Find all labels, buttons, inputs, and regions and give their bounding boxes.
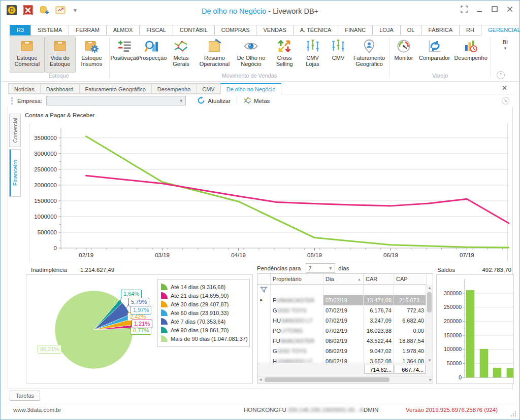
grid-cell: FUNHACASTER xyxy=(271,336,323,346)
expand-panel-button[interactable]: ↘ xyxy=(502,97,509,104)
chevron-down-icon[interactable]: ▼ xyxy=(73,8,78,13)
ribbon-tab-compras[interactable]: COMPRAS xyxy=(214,25,256,36)
ribbon-tab-fiscal[interactable]: FISCAL xyxy=(139,25,173,36)
app-logo-icon[interactable]: D xyxy=(7,5,17,15)
toolbar-grip[interactable] xyxy=(11,97,14,104)
scroll-up-icon[interactable]: ▲ xyxy=(426,285,433,291)
ribbon-button-monitor[interactable]: Monitor xyxy=(391,37,416,73)
grid-footer: 714.62...667.74... xyxy=(257,363,433,376)
doc-tab-noticias[interactable]: Notícias xyxy=(8,83,40,94)
ribbon-button-estoque-comercial[interactable]: Estoque Comercial xyxy=(10,37,45,73)
legend-item: Até 30 dias (29.407,87) xyxy=(161,300,246,308)
table-row[interactable]: HUSANODO LT08/02/193.652,081.364,08 xyxy=(257,356,427,363)
ribbon-tab-almox[interactable]: ALMOX xyxy=(106,25,140,36)
vertical-scrollbar[interactable]: ▲▼ xyxy=(426,285,433,364)
ribbon-group-varejo: MonitorComparadorDesempenhoVarejo xyxy=(391,37,489,81)
close-tab-button[interactable]: ✕ xyxy=(497,83,512,94)
doc-tab-cmv[interactable]: CMV xyxy=(196,83,220,94)
table-row[interactable]: HUSANODO LT07/02/193.247,096.682,40 xyxy=(257,316,427,326)
ribbon-tab-vendas[interactable]: VENDAS xyxy=(256,25,292,36)
column-header-proprietario[interactable]: Proprietário xyxy=(271,274,323,285)
scatter-icon xyxy=(174,39,188,53)
filter-field[interactable] xyxy=(364,285,394,295)
table-row[interactable]: GOOD TOYS07/02/196.176,74772,43 xyxy=(257,305,427,316)
scroll-thumb[interactable] xyxy=(265,377,389,382)
atualizar-button[interactable]: Atualizar xyxy=(193,95,235,107)
metas-button[interactable]: Metas xyxy=(239,95,274,107)
scroll-down-icon[interactable]: ▼ xyxy=(426,358,433,364)
scroll-thumb[interactable] xyxy=(427,292,432,312)
doc-tab-desempenho[interactable]: Desempenho xyxy=(151,83,196,94)
filter-field[interactable] xyxy=(323,285,364,295)
doc-tab-de-olho-no-negocio[interactable]: De olho no Negócio xyxy=(220,83,282,94)
ribbon-button-label: Comparador xyxy=(419,55,450,61)
close-button[interactable] xyxy=(506,6,513,13)
ribbon-tab-a-tecnica[interactable]: A. TÉCNICA xyxy=(293,25,338,36)
search-chart-icon xyxy=(145,39,159,53)
legend-label: Até 21 dias (14.695,90) xyxy=(171,293,229,299)
ribbon-button-faturamento-geografico[interactable]: Faturamento Geográfico xyxy=(351,37,387,73)
column-header-cap[interactable]: CAP xyxy=(394,274,427,285)
ribbon-button-comparador[interactable]: Comparador xyxy=(416,37,452,73)
svg-text:1500000: 1500000 xyxy=(34,198,57,204)
column-header-dia[interactable]: Dia▲ xyxy=(323,274,364,285)
scroll-left-icon[interactable]: ◄ xyxy=(257,376,264,383)
days-select[interactable]: 7 ▼ xyxy=(306,263,335,273)
collapse-ribbon-button[interactable]: ⌃ xyxy=(497,71,505,79)
ribbon-tab-ol[interactable]: OL xyxy=(400,25,421,36)
ribbon-button-prospeccao[interactable]: Prospecção xyxy=(138,37,166,73)
ribbon-button-metas-gerais[interactable]: Metas Gerais xyxy=(166,37,196,73)
box-icon xyxy=(53,39,67,53)
toolbar-separator xyxy=(237,97,237,105)
table-row[interactable]: ►FUNHACASTER07/02/1913.474,08215.073... xyxy=(257,295,427,305)
ribbon-button-positivacao[interactable]: Positivação xyxy=(111,37,138,73)
resize-grip[interactable] xyxy=(510,410,517,417)
report-chart-icon[interactable] xyxy=(55,5,66,15)
ribbon-tab-contabil[interactable]: CONTÁBIL xyxy=(173,25,214,36)
side-tab-label: Comercial xyxy=(11,114,19,147)
ribbon-tab-r3[interactable]: R3 xyxy=(10,25,30,36)
ribbon-button-desempenho[interactable]: Desempenho xyxy=(452,37,489,73)
ribbon-tab-loja[interactable]: LOJA xyxy=(372,25,400,36)
column-header-car[interactable]: CAR xyxy=(364,274,394,285)
ribbon-tab-sistema[interactable]: SISTEMA xyxy=(30,25,69,36)
exit-icon[interactable] xyxy=(23,5,33,15)
ribbon-button-resumo-operacional[interactable]: Resumo Operacional xyxy=(196,37,233,73)
ribbon-button-de-olho-no-negocio[interactable]: De Olho no Negócio xyxy=(233,37,269,73)
ribbon-tab-fabrica[interactable]: FÁBRICA xyxy=(421,25,459,36)
side-tab-comercial[interactable]: Comercial xyxy=(9,114,21,147)
maximize-button[interactable] xyxy=(491,6,498,13)
doc-tab-dashboard[interactable]: Dashboard xyxy=(40,83,79,94)
horizontal-scrollbar[interactable]: ◄► xyxy=(257,376,433,383)
side-tab-financeiro[interactable]: Financeiro xyxy=(9,149,21,197)
doc-tab-faturamento-geografico[interactable]: Faturamento Geográfico xyxy=(79,83,151,94)
tarefas-button[interactable]: Tarefas xyxy=(10,391,40,401)
ribbon-tab-ferram[interactable]: FERRAM xyxy=(69,25,106,36)
ribbon-button-cmv[interactable]: CMV xyxy=(326,37,351,73)
table-row[interactable]: POLYTONS07/02/1916.023,380,00 xyxy=(257,326,427,336)
ribbon-button-bi[interactable]: BI▼ xyxy=(493,37,518,73)
app-window: D▼ De olho no Negócio - Livework DB+ R3S… xyxy=(0,0,520,420)
ribbon-tab-rh[interactable]: RH xyxy=(459,25,481,36)
scroll-right-icon[interactable]: ► xyxy=(428,376,433,383)
svg-text:50000: 50000 xyxy=(447,360,462,366)
ribbon-tab-financ[interactable]: FINANC xyxy=(338,25,372,36)
table-row[interactable]: GOOD TOYS08/02/199.047,021.978,40 xyxy=(257,346,427,356)
total-cap: 667.74... xyxy=(395,365,426,374)
chevron-down-icon: ▼ xyxy=(179,98,183,103)
ribbon-button-estoque-insumos[interactable]: Estoque Insumos xyxy=(76,37,108,73)
fullscreen-button[interactable] xyxy=(461,6,468,13)
ribbon-button-cmv-lojas[interactable]: CMV Lojas xyxy=(300,37,326,73)
ribbon-button-label: Estoque Comercial xyxy=(12,55,42,67)
add-coins-icon[interactable] xyxy=(39,5,49,15)
box-icon xyxy=(20,39,34,53)
table-row[interactable]: FUNHACASTER08/02/1943.522,4418.887,54 xyxy=(257,336,427,346)
ribbon-tab-gerencial[interactable]: GERENCIAL xyxy=(481,25,520,36)
ribbon-button-vida-do-estoque[interactable]: Vida do Estoque xyxy=(45,37,76,73)
minimize-button[interactable] xyxy=(476,6,483,13)
empresa-select[interactable]: ▼ xyxy=(46,96,186,106)
ribbon-button-cross-selling[interactable]: Cross Selling xyxy=(269,37,300,73)
filter-field[interactable] xyxy=(271,285,323,295)
filter-icon[interactable] xyxy=(257,285,271,295)
filter-field[interactable] xyxy=(394,285,427,295)
